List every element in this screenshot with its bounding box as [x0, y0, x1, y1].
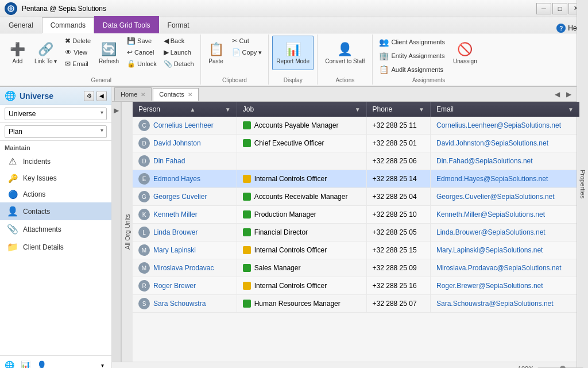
table-row[interactable]: E Edmond Hayes Internal Controls Officer…	[133, 170, 580, 188]
plan-select[interactable]: Plan	[5, 125, 107, 138]
person-name[interactable]: Kenneth Miller	[153, 210, 198, 218]
person-name[interactable]: Edmond Hayes	[153, 175, 200, 183]
col-person[interactable]: Person ▲ ▼	[133, 102, 237, 117]
sidebar-item-contacts[interactable]: 👤 Contacts	[0, 202, 111, 220]
email-value[interactable]: David.Johnston@SepiaSolutions.net	[436, 139, 548, 147]
person-name[interactable]: Sara Schouwstra	[153, 300, 206, 308]
sidebar-bottom-btn-1[interactable]: 🌐	[2, 358, 16, 368]
person-name[interactable]: David Johnston	[153, 139, 201, 147]
grid-container[interactable]: Person ▲ ▼ Job ▼	[133, 102, 580, 362]
paste-button[interactable]: 📋 Paste	[204, 36, 228, 70]
person-name[interactable]: Din Fahad	[153, 157, 185, 165]
minimize-button[interactable]: ─	[536, 3, 551, 14]
email-cell: Linda.Brouwer@SepiaSolutions.net	[431, 224, 580, 241]
email-value[interactable]: Linda.Brouwer@SepiaSolutions.net	[436, 228, 546, 236]
sidebar-item-actions[interactable]: 🔵 Actions	[0, 186, 111, 202]
email-value[interactable]: Roger.Brewer@SepiaSolutions.net	[436, 282, 543, 290]
tab-nav-left-button[interactable]: ◀	[552, 90, 562, 99]
title-bar-left: Pentana @ Sepia Solutions	[5, 2, 106, 15]
convertstaff-button[interactable]: 👤 Convert to Staff	[321, 36, 369, 70]
clientassignments-button[interactable]: 👥 Client Assignments	[376, 36, 448, 48]
tab-home[interactable]: Home ✕	[114, 87, 152, 101]
reportmode-button[interactable]: 📊 Report Mode	[272, 36, 314, 70]
person-name[interactable]: Georges Cuvelier	[153, 193, 207, 201]
restore-button[interactable]: □	[552, 3, 567, 14]
sidebar-collapse-button[interactable]: ◀	[96, 91, 107, 101]
col-email[interactable]: Email ▼	[431, 102, 580, 117]
email-value[interactable]: Miroslava.Prodavac@SepiaSolutions.net	[436, 264, 562, 272]
tab-bar: Home ✕ Contacts ✕ ◀ ▶ ✕	[112, 87, 588, 102]
email-value[interactable]: Mary.Lapinski@SepiaSolutions.net	[436, 246, 543, 254]
auditassignments-button[interactable]: 📋 Audit Assignments	[376, 63, 448, 76]
nav-arrow-left[interactable]: ▶	[112, 102, 121, 362]
table-row[interactable]: K Kenneth Miller Production Manager +32 …	[133, 206, 580, 224]
attachments-label: Attachments	[23, 225, 61, 233]
properties-panel[interactable]: Properties	[577, 102, 588, 362]
email-button[interactable]: ✉Email	[62, 59, 94, 69]
linkto-button[interactable]: 🔗 Link To ▾	[30, 36, 61, 70]
email-value[interactable]: Sara.Schouwstra@SepiaSolutions.net	[436, 300, 554, 308]
sidebar-bottom-btn-3[interactable]: 👤	[34, 358, 48, 368]
table-row[interactable]: D Din Fahad +32 288 25 06Din.Fahad@Sepia…	[133, 152, 580, 170]
sidebar-item-clientdetails[interactable]: 📁 Client Details	[0, 238, 111, 256]
table-row[interactable]: M Miroslava Prodavac Sales Manager +32 2…	[133, 259, 580, 277]
tab-nav-right-button[interactable]: ▶	[564, 90, 573, 99]
delete-button[interactable]: ✖Delete	[62, 36, 94, 46]
contacts-label: Contacts	[23, 208, 50, 216]
sidebar-bottom-btn-2[interactable]: 📊	[18, 358, 32, 368]
cut-button[interactable]: ✂Cut	[229, 36, 265, 46]
tab-home-close[interactable]: ✕	[141, 91, 145, 98]
zoom-thumb[interactable]	[560, 366, 566, 369]
refresh-button[interactable]: 🔄 Refresh	[95, 36, 123, 70]
entityassignments-button[interactable]: 🏢 Entity Assignments	[376, 49, 448, 62]
email-value[interactable]: Cornelius.Leenheer@SepiaSolutions.net	[436, 121, 561, 129]
table-row[interactable]: L Linda Brouwer Financial Director +32 2…	[133, 224, 580, 241]
person-name[interactable]: Cornelius Leenheer	[153, 121, 214, 129]
sidebar-bottom-more-button[interactable]: ▾	[95, 358, 109, 368]
tab-format[interactable]: Format	[159, 17, 198, 33]
col-phone[interactable]: Phone ▼	[366, 102, 430, 117]
table-row[interactable]: C Cornelius Leenheer Accounts Payable Ma…	[133, 117, 580, 135]
tab-contacts-close[interactable]: ✕	[188, 91, 192, 98]
email-value[interactable]: Kenneth.Miller@SepiaSolutions.net	[436, 210, 545, 218]
person-name[interactable]: Mary Lapinski	[153, 246, 196, 254]
table-row[interactable]: G Georges Cuvelier Accounts Receivable M…	[133, 188, 580, 206]
tab-contacts[interactable]: Contacts ✕	[153, 88, 198, 101]
email-value[interactable]: Edmond.Hayes@SepiaSolutions.net	[436, 175, 548, 183]
email-value[interactable]: Din.Fahad@SepiaSolutions.net	[436, 157, 533, 165]
col-job[interactable]: Job ▼	[237, 102, 366, 117]
sidebar-item-incidents[interactable]: ⚠ Incidents	[0, 152, 111, 170]
person-name[interactable]: Linda Brouwer	[153, 228, 198, 236]
unlock-button[interactable]: 🔓Unlock	[124, 59, 160, 69]
table-row[interactable]: M Mary Lapinski Internal Controls Office…	[133, 241, 580, 259]
tab-datagridtools[interactable]: Data Grid Tools	[94, 16, 158, 33]
sidebar-item-attachments[interactable]: 📎 Attachments	[0, 220, 111, 238]
sidebar-header: 🌐 Universe ⚙ ◀	[0, 87, 111, 105]
job-cell-content: Accounts Receivable Manager	[243, 193, 361, 201]
back-button[interactable]: ◀Back	[161, 36, 197, 46]
save-button[interactable]: 💾Save	[124, 36, 160, 46]
add-button[interactable]: ➕ Add	[6, 36, 29, 70]
person-cell-content: G Georges Cuvelier	[138, 191, 231, 202]
view-button[interactable]: 👁View	[62, 47, 94, 57]
unassign-button[interactable]: 🚫 Unassign	[449, 36, 481, 70]
table-row[interactable]: R Roger Brewer Internal Controls Officer…	[133, 277, 580, 295]
universe-select[interactable]: Universe	[5, 108, 107, 120]
copy-button[interactable]: 📄Copy ▾	[229, 47, 265, 57]
launch-button[interactable]: ▶Launch	[161, 47, 197, 57]
display-group-label: Display	[272, 76, 314, 83]
email-value[interactable]: Georges.Cuvelier@SepiaSolutions.net	[436, 193, 555, 201]
job-cell: Production Manager	[237, 206, 366, 224]
sidebar-gear-button[interactable]: ⚙	[84, 91, 94, 101]
sidebar-item-keyissues[interactable]: 🔑 Key Issues	[0, 170, 111, 186]
table-row[interactable]: D David Johnston Chief Executive Officer…	[133, 135, 580, 152]
person-name[interactable]: Roger Brewer	[153, 282, 196, 290]
table-row[interactable]: S Sara Schouwstra Human Resources Manage…	[133, 295, 580, 313]
cancel-button[interactable]: ↩Cancel	[124, 47, 160, 57]
tab-commands[interactable]: Commands	[42, 17, 94, 33]
detach-button[interactable]: 📎Detach	[161, 59, 197, 69]
email-cell: David.Johnston@SepiaSolutions.net	[431, 135, 580, 152]
tab-general[interactable]: General	[0, 17, 42, 33]
person-name[interactable]: Miroslava Prodavac	[153, 264, 214, 272]
org-units-label[interactable]: All Org Units	[121, 102, 133, 362]
